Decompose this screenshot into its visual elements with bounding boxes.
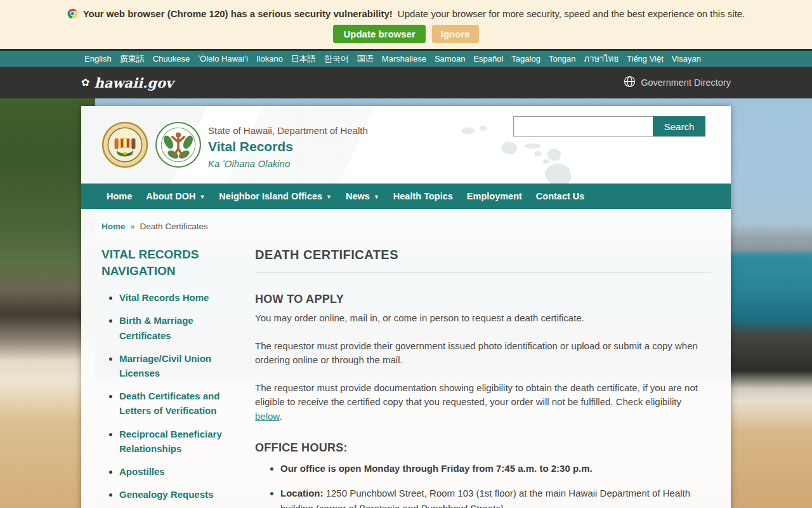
- language-link-japanese[interactable]: 日本語: [291, 53, 316, 65]
- breadcrumb-home-link[interactable]: Home: [102, 222, 126, 231]
- hibiscus-icon: ✿: [81, 77, 89, 88]
- page-title: DEATH CERTIFICATES: [255, 248, 710, 262]
- language-link-hawaiian[interactable]: ʻŌlelo Hawaiʻi: [198, 54, 248, 64]
- globe-icon: [624, 76, 636, 90]
- language-bar: English 廣東話 Chuukese ʻŌlelo Hawaiʻi Ilok…: [0, 51, 812, 67]
- content-area: Home » Death Certificates Vital Records …: [81, 209, 731, 508]
- how-to-apply-paragraph-3: The requestor must provide documentation…: [255, 381, 710, 424]
- language-link-vietnamese[interactable]: Tiếng Việt: [627, 54, 664, 64]
- list-item: Genealogy Requests: [119, 487, 236, 502]
- state-of-hawaii-seal: [102, 121, 148, 168]
- language-link-cantonese[interactable]: 廣東話: [120, 53, 145, 65]
- nav-item-about-doh[interactable]: About DOH▼: [146, 191, 205, 201]
- office-hours-item-location: Location: 1250 Punchbowl Street, Room 10…: [280, 486, 710, 508]
- chevron-down-icon: ▼: [374, 194, 379, 200]
- nav-label: Contact Us: [536, 191, 585, 201]
- chevron-down-icon: ▼: [199, 194, 205, 200]
- how-to-apply-paragraph-1: You may order online, mail in, or come i…: [255, 311, 710, 326]
- nav-label: News: [346, 191, 370, 201]
- language-link-chuukese[interactable]: Chuukese: [153, 54, 190, 64]
- sidebar-item-marriage-civil-union-licenses[interactable]: Marriage/Civil Union Licenses: [119, 353, 211, 378]
- hawaii-gov-logo-text: hawaii.gov: [94, 75, 173, 91]
- language-link-tagalog[interactable]: Tagalog: [511, 54, 540, 64]
- department-of-health-seal: [155, 121, 202, 168]
- office-hours-text: 1250 Punchbowl Street, Room 103 (1st flo…: [280, 488, 690, 508]
- paragraph-text: The requestor must provide documentation…: [255, 382, 698, 408]
- nav-label: Home: [107, 191, 132, 201]
- nav-item-home[interactable]: Home: [107, 191, 132, 201]
- breadcrumb-separator: »: [130, 222, 135, 231]
- nav-label: Health Topics: [393, 191, 453, 201]
- office-hours-heading: OFFICE HOURS:: [255, 441, 710, 455]
- list-item: Death Certificates and Letters of Verifi…: [119, 389, 236, 418]
- update-browser-button[interactable]: Update browser: [333, 25, 425, 43]
- how-to-apply-heading: HOW TO APPLY: [255, 293, 710, 306]
- vital-records-sidebar: Vital Records Navigation Vital Records H…: [102, 246, 236, 508]
- nav-item-news[interactable]: News▼: [346, 191, 379, 201]
- agency-name: State of Hawaii, Department of Health: [208, 125, 368, 136]
- language-link-english[interactable]: English: [84, 54, 112, 64]
- sidebar-item-apostilles[interactable]: Apostilles: [119, 466, 165, 477]
- language-link-korean[interactable]: 한국어: [324, 53, 349, 65]
- how-to-apply-paragraph-2: The requestor must provide their governm…: [255, 339, 710, 368]
- nav-label: Neighbor Island Offices: [219, 191, 322, 201]
- search-button[interactable]: Search: [653, 116, 705, 137]
- government-directory-label: Government Directory: [641, 77, 731, 88]
- sidebar-item-genealogy-requests[interactable]: Genealogy Requests: [119, 489, 213, 500]
- chrome-icon: [67, 8, 78, 19]
- chevron-down-icon: ▼: [326, 194, 332, 200]
- language-link-visayan[interactable]: Visayan: [672, 54, 701, 64]
- sidebar-item-reciprocal-beneficiary[interactable]: Reciprocal Beneficiary Relationships: [119, 429, 222, 454]
- language-link-ilokano[interactable]: Ilokano: [256, 54, 283, 64]
- language-link-mandarin[interactable]: 国语: [357, 53, 374, 65]
- main-column: DEATH CERTIFICATES HOW TO APPLY You may …: [255, 246, 710, 508]
- title-divider: [255, 272, 710, 272]
- office-hours-item-hours: Our office is open Monday through Friday…: [280, 461, 710, 476]
- sidebar-title: Vital Records Navigation: [102, 246, 216, 279]
- nav-item-neighbor-island-offices[interactable]: Neighbor Island Offices▼: [219, 191, 332, 201]
- breadcrumb: Home » Death Certificates: [102, 222, 710, 231]
- search-input[interactable]: [513, 116, 653, 137]
- nav-item-employment[interactable]: Employment: [467, 191, 522, 201]
- government-directory-link[interactable]: Government Directory: [624, 76, 731, 90]
- main-navigation: Home About DOH▼ Neighbor Island Offices▼…: [81, 184, 731, 209]
- eligibility-below-link[interactable]: below: [255, 411, 279, 422]
- language-link-thai[interactable]: ภาษาไทย: [584, 52, 619, 65]
- banner-message-bold: Your web browser (Chrome 120) has a seri…: [83, 8, 393, 19]
- language-link-spanish[interactable]: Español: [473, 54, 503, 64]
- list-item: Reciprocal Beneficiary Relationships: [119, 427, 236, 456]
- site-subtitle-hawaiian: Ka ʻOihana Olakino: [208, 158, 368, 169]
- browser-update-banner: Your web browser (Chrome 120) has a seri…: [0, 0, 812, 51]
- list-item: Marriage/Civil Union Licenses: [119, 351, 236, 380]
- nav-label: About DOH: [146, 191, 195, 201]
- sidebar-item-vital-records-home[interactable]: Vital Records Home: [119, 292, 209, 303]
- site-header: State of Hawaii, Department of Health Vi…: [81, 106, 731, 184]
- language-link-marshallese[interactable]: Marshallese: [382, 54, 426, 64]
- language-link-samoan[interactable]: Samoan: [435, 54, 465, 64]
- ignore-button[interactable]: Ignore: [432, 25, 479, 43]
- breadcrumb-current: Death Certificates: [140, 222, 208, 231]
- office-hours-bold: Our office is open Monday through Friday…: [280, 463, 593, 474]
- office-hours-bold: Location:: [280, 488, 324, 498]
- hawaii-gov-logo[interactable]: ✿ hawaii.gov: [81, 75, 173, 91]
- list-item: Vital Records Home: [119, 290, 236, 305]
- paragraph-text: .: [279, 411, 282, 422]
- language-link-tongan[interactable]: Tongan: [549, 54, 576, 64]
- nav-label: Employment: [467, 191, 522, 201]
- site-title: Vital Records: [208, 139, 368, 154]
- nav-item-health-topics[interactable]: Health Topics: [393, 191, 453, 201]
- nav-item-contact-us[interactable]: Contact Us: [536, 191, 585, 201]
- sidebar-item-death-certificates[interactable]: Death Certificates and Letters of Verifi…: [119, 391, 219, 416]
- page-container: State of Hawaii, Department of Health Vi…: [81, 106, 731, 508]
- list-item: Apostilles: [119, 464, 236, 479]
- sidebar-item-birth-marriage-certificates[interactable]: Birth & Marriage Certificates: [119, 315, 193, 340]
- hawaii-gov-bar: ✿ hawaii.gov Government Directory: [0, 67, 812, 98]
- list-item: Birth & Marriage Certificates: [119, 313, 236, 342]
- banner-message-rest: Update your browser for more security, s…: [398, 8, 745, 19]
